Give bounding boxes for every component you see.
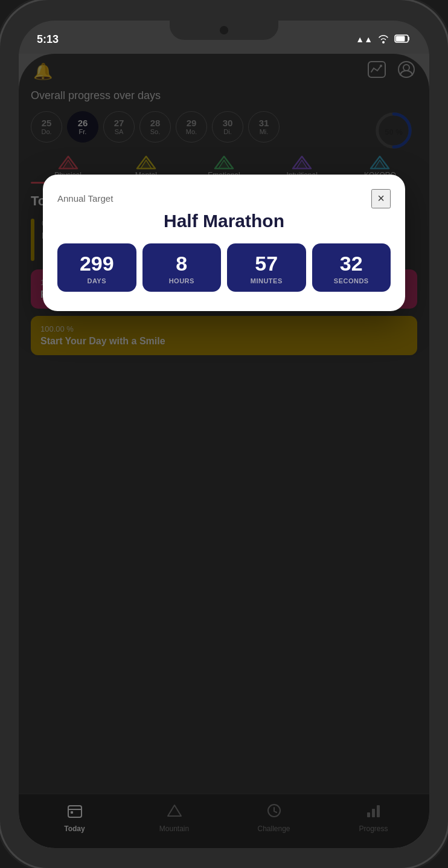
countdown-days-label: DAYS bbox=[87, 277, 106, 285]
countdown-row: 299 DAYS 8 HOURS 57 MINUTES 32 SECONDS bbox=[57, 243, 391, 292]
signal-icon: ▲▲ bbox=[356, 34, 373, 44]
countdown-minutes-num: 57 bbox=[255, 253, 278, 274]
countdown-minutes-label: MINUTES bbox=[251, 277, 283, 285]
app-content: 🔔 bbox=[19, 54, 429, 848]
countdown-days: 299 DAYS bbox=[57, 243, 136, 292]
countdown-minutes: 57 MINUTES bbox=[227, 243, 306, 292]
battery-icon bbox=[394, 34, 411, 45]
wifi-icon bbox=[377, 34, 389, 45]
countdown-hours: 8 HOURS bbox=[142, 243, 222, 292]
phone-screen: 5:13 ▲▲ bbox=[19, 21, 429, 848]
annual-target-modal: Annual Target × Half Marathon 299 DAYS 8… bbox=[43, 175, 405, 311]
countdown-seconds-label: SECONDS bbox=[334, 277, 369, 285]
countdown-days-num: 299 bbox=[80, 253, 114, 274]
camera bbox=[220, 26, 228, 34]
modal-header: Annual Target × bbox=[57, 189, 391, 208]
countdown-seconds: 32 SECONDS bbox=[312, 243, 391, 292]
modal-title: Half Marathon bbox=[57, 211, 391, 231]
phone-frame: 5:13 ▲▲ bbox=[0, 0, 448, 868]
countdown-hours-label: HOURS bbox=[169, 277, 194, 285]
countdown-hours-num: 8 bbox=[176, 253, 187, 274]
countdown-seconds-num: 32 bbox=[340, 253, 363, 274]
modal-close-button[interactable]: × bbox=[371, 189, 391, 208]
modal-subtitle: Annual Target bbox=[57, 193, 113, 204]
notch bbox=[170, 21, 278, 40]
status-icons: ▲▲ bbox=[356, 34, 411, 45]
svg-rect-1 bbox=[396, 36, 405, 41]
status-time: 5:13 bbox=[37, 33, 59, 46]
modal-overlay[interactable] bbox=[19, 54, 429, 848]
